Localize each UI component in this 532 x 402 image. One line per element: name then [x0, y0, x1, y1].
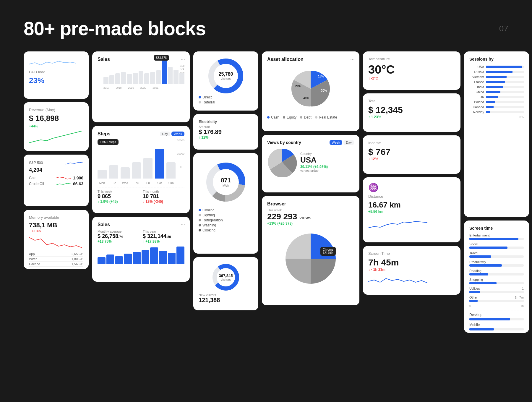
washing-dot [199, 224, 201, 226]
oil-value: 66.63 [73, 181, 83, 186]
steps-stats: This week 9 865 ↑ 1.9% (+45) This month … [98, 190, 184, 204]
year-val: $ 321,144.80 [143, 233, 184, 239]
country-russia: Russia [469, 70, 484, 74]
sessions-france: France [469, 80, 524, 84]
sp500-sparkline [66, 160, 83, 166]
new-visitors-donut: 367,845 visitors [199, 262, 253, 292]
bar-item [121, 72, 126, 84]
gold-label: Gold [29, 176, 36, 180]
cpu-sparkline [29, 57, 76, 69]
asset-menu-icon[interactable]: ··· [350, 56, 355, 62]
views-day-tab[interactable]: Day [343, 140, 354, 145]
views-vs: vs yesterday [300, 169, 328, 172]
country-poland: Poland [469, 100, 484, 104]
visitors-card: 25,780 visitors Direct Referral [193, 51, 258, 111]
energy-unit: kWh [221, 184, 231, 187]
bar-item [133, 73, 138, 84]
column-4: Asset allocation ··· 15% 30% [262, 51, 359, 333]
revenue-value: $ 16,898 [29, 114, 83, 123]
memory-label: Memory available [29, 215, 83, 220]
page-number: 07 [499, 24, 508, 33]
refrigeration-label: Refrigeration [202, 218, 223, 222]
views-week-tab[interactable]: Week [330, 140, 343, 145]
legend-referral: Referral [199, 100, 253, 104]
sp500-title: S&P 500 [29, 161, 43, 165]
svg-text:15%: 15% [318, 75, 324, 78]
temp-badge: ↓ -2°C [368, 76, 455, 80]
steps-week-tab[interactable]: Week [171, 132, 184, 136]
sessions-zero: 0% [469, 116, 524, 119]
sessions-bar-norway [486, 111, 524, 113]
oil-sparkline [56, 181, 71, 186]
electricity-amount-val: $ 176.89 [199, 129, 253, 135]
screen-travel: Travel [469, 251, 524, 258]
bar-item [168, 67, 173, 84]
desktop-label: Desktop [469, 313, 524, 317]
s2-bar [142, 250, 150, 264]
year-stat: This year $ 321,144.80 ↑ +17.98% [143, 230, 184, 244]
views-pie-svg [267, 147, 297, 177]
cooking-label: Cooking [202, 228, 215, 232]
steps-day-tab[interactable]: Day [160, 132, 171, 136]
realestate-label: Real Estate [319, 115, 337, 119]
sales2-menu-icon[interactable]: ··· [181, 221, 185, 228]
electricity-badge: ↑ 12% [199, 135, 253, 140]
browser-menu-icon[interactable]: ··· [350, 201, 355, 207]
bar-item [144, 73, 149, 84]
views-content: Country USA 39.11% (+2.98%) vs yesterday [267, 147, 354, 177]
steps-day-labels: Mon Tue Wed Thu Fri Sat Sun [98, 181, 184, 185]
steps-bar-item [121, 167, 130, 179]
legend-refrigeration: Refrigeration [199, 218, 253, 222]
steps-card: Steps Day Week 17975 steps 20000 10000 0 [92, 126, 190, 213]
debt-label: Debt [304, 115, 311, 119]
column-3: 25,780 visitors Direct Referral Electric… [193, 51, 258, 333]
energy-card: 871 kWh Cooling Lighting Refrigeration [193, 153, 258, 254]
revenue-sparkline [29, 129, 82, 144]
s2-bar [176, 247, 184, 264]
asset-title: Asset allocation [267, 57, 304, 62]
sessions-bar-canada [486, 106, 524, 108]
views-country-label: Country [300, 152, 328, 155]
browser-tooltip: Chrome121799 [320, 247, 336, 256]
legend-cash: Cash [267, 115, 279, 119]
year-badge: ↑ +17.98% [143, 239, 184, 244]
steps-bar-active [155, 149, 164, 179]
sessions-canada: Canada [469, 105, 524, 109]
column-2: Sales ··· 40k 30k 20k 10k 0 $33,678 [92, 51, 190, 333]
asset-legend: Cash Equity Debt Real Estate [267, 115, 354, 120]
new-visitors-label: New visitors [199, 293, 253, 297]
income-card: Income $ 767 ↓ 12% [363, 135, 460, 174]
energy-center: 871 kWh [221, 177, 231, 187]
sessions-vietnam: Vietnam [469, 75, 524, 79]
energy-donut-container: 871 kWh [199, 158, 253, 206]
steps-bar-item [132, 162, 141, 179]
monthly-val: $ 26,758.74 [98, 233, 139, 239]
visitors-label: visitors [219, 77, 233, 80]
screen-time-sparkline [368, 274, 427, 289]
gold-sparkline [56, 176, 71, 180]
electricity-card: Electricity Amount $ 176.89 ↑ 12% [193, 114, 258, 150]
s2-bar [115, 256, 123, 264]
country-uk: UK [469, 95, 484, 99]
bar-item [109, 75, 114, 84]
screen-utilities-label: Utilities1 [469, 287, 524, 290]
steps-bar-item [143, 158, 153, 179]
visitors-center: 25,780 visitors [219, 72, 233, 80]
sessions-card: Sessions by USA Russia Vietnam France [464, 51, 529, 217]
oil-label: Crude Oil [29, 182, 44, 186]
country-france: France [469, 80, 484, 84]
revenue-label: Revenue (May) [29, 108, 83, 112]
sales-bar-chart [103, 60, 184, 84]
steps-month-val: 10 781 [143, 193, 184, 200]
legend-direct: Direct [199, 95, 253, 99]
screen-social: Social [469, 242, 524, 249]
country-canada: Canada [469, 105, 484, 109]
column-1: CPU load 23% Revenue (May) $ 16,898 +44%… [24, 51, 89, 333]
equity-label: Equity [287, 115, 296, 119]
screen-social-label: Social [469, 242, 524, 246]
country-usa: USA [469, 65, 484, 69]
screen-time-label: Screen Time [368, 251, 455, 256]
temperature-card: Temperature 30°C ↓ -2°C [363, 51, 460, 90]
legend-cooling: Cooling [199, 208, 253, 212]
steps-title: Steps [98, 131, 111, 137]
